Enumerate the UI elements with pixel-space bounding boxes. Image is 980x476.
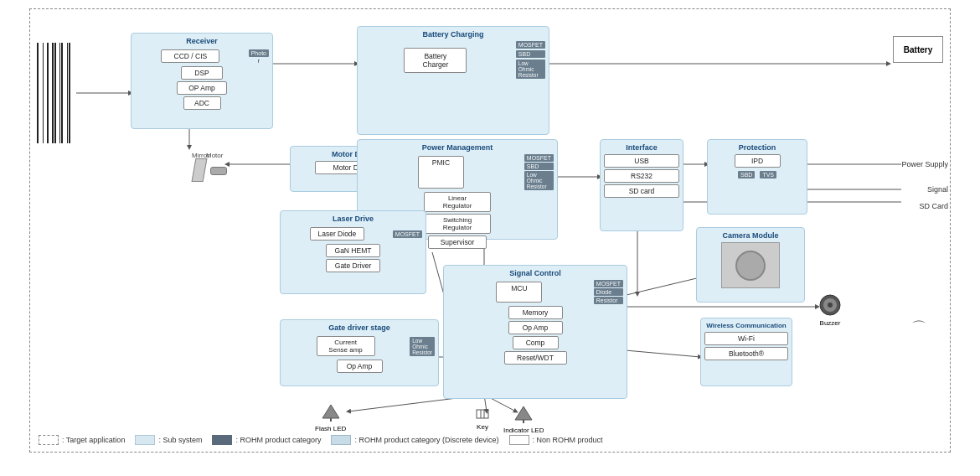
svg-marker-28	[515, 406, 532, 420]
flash-led-icon	[321, 403, 341, 423]
gate-driver-stage-title: Gate driver stage	[284, 323, 435, 332]
camera-module-subsystem: Camera Module	[696, 227, 805, 303]
receiver-ccd-row: CCD / CIS Photo r	[135, 48, 269, 65]
legend-subsystem: : Sub system	[135, 435, 202, 445]
prot-sbd: SBD	[738, 171, 755, 178]
gan-hemt: GaN HEMT	[326, 244, 380, 257]
antenna-icon: ⌒	[911, 318, 926, 338]
receiver-photo: Photo	[249, 49, 269, 57]
pm-low-ohmic: LowOhmicResistor	[524, 171, 554, 190]
battery-charger: BatteryCharger	[404, 48, 467, 73]
signal-control-subsystem: Signal Control MCU MOSFET Diode Resistor…	[443, 265, 627, 399]
ld-mosfet: MOSFET	[393, 230, 422, 238]
sc-row1: MCU MOSFET Diode Resistor	[447, 280, 623, 304]
sc-mosfet: MOSFET	[594, 280, 623, 287]
battery-charging-subsystem: Battery Charging BatteryCharger MOSFET S…	[357, 26, 549, 135]
receiver-subsystem: Receiver CCD / CIS Photo r DSP OP Amp AD…	[131, 33, 273, 129]
motor-icon	[210, 167, 227, 175]
interface-subsystem: Interface USB RS232 SD card	[600, 139, 683, 231]
legend: : Target application : Sub system : ROHM…	[39, 435, 603, 445]
wireless-comm-title: Wireless Communication	[704, 322, 788, 329]
bluetooth: Bluetooth®	[704, 347, 788, 360]
legend-discrete-box	[331, 435, 351, 445]
interface-title: Interface	[604, 143, 679, 152]
diagram-area: Mirror Motor Receiver CCD / CIS Photo r …	[29, 8, 951, 453]
receiver-ccd: CCD / CIS	[161, 49, 219, 63]
supervisor: Supervisor	[428, 235, 487, 249]
gate-driver-stage-subsystem: Gate driver stage CurrentSense amp LowOh…	[280, 319, 439, 386]
buzzer-label: Buzzer	[818, 319, 843, 327]
protection-title: Protection	[711, 143, 803, 152]
wireless-comm-subsystem: Wireless Communication Wi-Fi Bluetooth®	[700, 318, 792, 386]
bc-mosfet: MOSFET	[516, 41, 545, 49]
buzzer-container: Buzzer	[818, 292, 843, 327]
legend-subsystem-label: : Sub system	[158, 436, 202, 444]
pmic: PMIC	[418, 156, 464, 189]
signal-control-title: Signal Control	[447, 269, 623, 277]
indicator-led-container: Indicator LED	[503, 405, 544, 434]
legend-discrete: : ROHM product category (Discrete device…	[331, 435, 498, 445]
pm-mosfet: MOSFET	[524, 154, 554, 162]
battery-label: Battery	[904, 45, 932, 54]
receiver-dsp: DSP	[181, 66, 223, 80]
camera-module-title: Camera Module	[700, 231, 801, 240]
current-sense: CurrentSense amp	[317, 336, 375, 356]
key-icon	[474, 405, 491, 422]
power-supply-label: Power Supply	[901, 160, 948, 168]
rs232: RS232	[604, 169, 679, 183]
laser-drive-subsystem: Laser Drive Laser Diode MOSFET GaN HEMT …	[280, 210, 426, 294]
gate-driver: Gate Driver	[326, 259, 380, 272]
legend-non-rohm-label: : Non ROHM product	[533, 436, 603, 444]
camera-lens	[721, 242, 780, 288]
svg-rect-25	[477, 410, 488, 418]
receiver-opamp: OP Amp	[177, 81, 227, 95]
sc-opamp: Op Amp	[508, 321, 563, 334]
main-container: Mirror Motor Receiver CCD / CIS Photo r …	[0, 0, 980, 476]
key-container: Key	[474, 405, 491, 431]
gds-low-ohmic: LowOhmicResistor	[410, 337, 435, 356]
legend-rohm-box	[212, 435, 232, 445]
pm-sbd: SBD	[524, 163, 554, 170]
comp: Comp	[513, 336, 559, 349]
legend-target-box	[39, 435, 59, 445]
sc-diode: Diode	[594, 288, 623, 296]
laser-drive-title: Laser Drive	[284, 215, 422, 223]
power-mgmt-row1: PMIC MOSFET SBD LowOhmicResistor	[361, 154, 554, 190]
receiver-adc: ADC	[183, 96, 221, 110]
current-sense-row: CurrentSense amp LowOhmicResistor	[284, 334, 435, 358]
sdcard: SD card	[604, 184, 679, 198]
legend-non-rohm: : Non ROHM product	[509, 435, 603, 445]
battery-box: Battery	[893, 36, 943, 63]
flash-led-label: Flash LED	[315, 425, 346, 432]
linear-reg: LinearRegulator	[424, 192, 491, 212]
camera-lens-inner	[735, 251, 766, 281]
prot-row2: SBD TVS	[711, 171, 803, 178]
battery-charger-row: BatteryCharger MOSFET SBD LowOhmicResist…	[361, 41, 545, 79]
svg-marker-23	[322, 405, 339, 418]
battery-charging-title: Battery Charging	[361, 30, 545, 39]
signal-label: Signal	[927, 185, 948, 194]
flash-led-container: Flash LED	[315, 403, 346, 432]
indicator-led-label: Indicator LED	[503, 427, 544, 434]
prot-tvs: TVS	[760, 171, 776, 178]
motor-label: Motor	[206, 152, 223, 159]
usb: USB	[604, 154, 679, 168]
ipd: IPD	[735, 154, 781, 168]
memory: Memory	[508, 306, 563, 319]
laser-diode: Laser Diode	[310, 227, 364, 241]
wifi: Wi-Fi	[704, 332, 788, 345]
mcu: MCU	[496, 282, 542, 303]
buzzer-icon	[818, 292, 843, 318]
power-mgmt-title: Power Management	[361, 143, 554, 152]
barcode	[37, 43, 70, 143]
legend-subsystem-box	[135, 435, 155, 445]
indicator-led-icon	[513, 405, 534, 425]
legend-rohm: : ROHM product category	[212, 435, 321, 445]
legend-discrete-label: : ROHM product category (Discrete device…	[354, 436, 498, 444]
sd-card-label: SD Card	[919, 202, 948, 210]
switching-reg: SwitchingRegulator	[424, 214, 491, 234]
key-label: Key	[474, 423, 491, 431]
legend-target: : Target application	[39, 435, 125, 445]
svg-point-22	[828, 303, 833, 308]
mirror-icon	[192, 158, 208, 182]
